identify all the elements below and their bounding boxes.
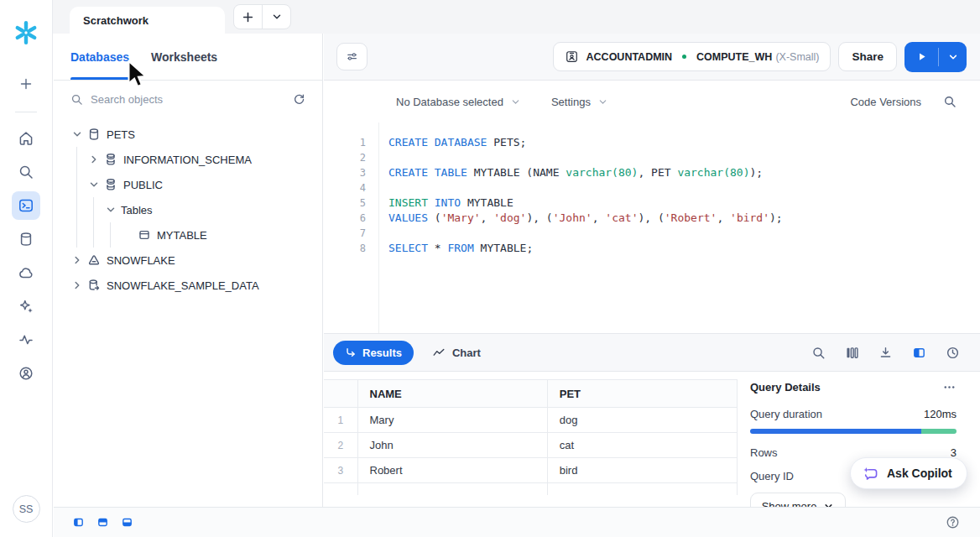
tree-item-label: PETS bbox=[107, 128, 135, 141]
columns-icon[interactable] bbox=[845, 346, 859, 360]
code-line: SELECT * FROM MYTABLE; bbox=[388, 241, 980, 256]
chevron-down-icon[interactable] bbox=[104, 203, 117, 216]
tree-item-snowflake[interactable]: SNOWFLAKE bbox=[54, 248, 322, 273]
tab-actions bbox=[233, 4, 291, 29]
editor-toolbar: No Database selected Settings Code Versi… bbox=[324, 81, 980, 123]
table-icon bbox=[138, 228, 151, 242]
tree-item-information_schema[interactable]: INFORMATION_SCHEMA bbox=[54, 147, 322, 172]
snowflake-logo[interactable] bbox=[11, 18, 41, 48]
share-button[interactable]: Share bbox=[838, 42, 897, 71]
tab-results[interactable]: Results bbox=[333, 341, 414, 365]
results-search-icon[interactable] bbox=[811, 346, 826, 360]
snowflake-db-icon bbox=[87, 253, 101, 267]
rail-item-search[interactable] bbox=[12, 158, 40, 186]
database-icon bbox=[87, 128, 101, 141]
split-view-icon[interactable] bbox=[912, 346, 926, 360]
code-area[interactable]: CREATE DATABASE PETS;CREATE TABLE MYTABL… bbox=[388, 135, 980, 333]
rail-item-ai[interactable] bbox=[12, 292, 40, 321]
help-icon[interactable] bbox=[946, 515, 960, 529]
tree-item-label: SNOWFLAKE_SAMPLE_DATA bbox=[107, 279, 259, 292]
settings-dropdown[interactable]: Settings bbox=[551, 96, 608, 108]
column-header-pet[interactable]: PET bbox=[547, 380, 737, 408]
bottom-bar bbox=[54, 507, 980, 537]
filters-button[interactable] bbox=[336, 43, 368, 70]
cell-name: Robert bbox=[357, 458, 547, 483]
user-avatar[interactable]: SS bbox=[13, 495, 40, 523]
results-actions bbox=[811, 346, 960, 360]
download-icon[interactable] bbox=[878, 346, 893, 360]
ask-copilot-button[interactable]: Ask Copilot bbox=[850, 457, 967, 489]
schema-icon bbox=[104, 153, 117, 166]
tab-chart[interactable]: Chart bbox=[432, 346, 481, 359]
tree-item-mytable[interactable]: MYTABLE bbox=[54, 222, 322, 248]
chevron-down-icon[interactable] bbox=[87, 178, 101, 191]
chevron-right-icon[interactable] bbox=[70, 279, 84, 292]
new-tab-button[interactable] bbox=[234, 5, 262, 29]
database-selector[interactable]: No Database selected bbox=[396, 96, 521, 108]
show-more-button[interactable]: Show more bbox=[750, 493, 846, 507]
tab-databases[interactable]: Databases bbox=[70, 34, 129, 80]
tree-item-snowflake_sample_data[interactable]: SNOWFLAKE_SAMPLE_DATA bbox=[54, 273, 322, 298]
rail-item-home[interactable] bbox=[12, 124, 40, 153]
rail-item-projects[interactable] bbox=[12, 191, 40, 220]
line-number: 7 bbox=[324, 226, 378, 241]
new-worksheet-plus-icon[interactable] bbox=[12, 70, 40, 98]
run-button[interactable] bbox=[904, 42, 938, 72]
tree-item-label: Tables bbox=[121, 204, 153, 216]
chart-line-icon bbox=[432, 346, 446, 359]
search-icon bbox=[18, 164, 34, 180]
chevron-right-icon[interactable] bbox=[70, 253, 84, 267]
history-clock-icon[interactable] bbox=[946, 346, 960, 360]
tab-worksheets[interactable]: Worksheets bbox=[151, 34, 217, 80]
duration-bar-fetch bbox=[921, 429, 957, 434]
code-versions-button[interactable]: Code Versions bbox=[850, 96, 921, 108]
rail-item-admin[interactable] bbox=[12, 359, 40, 388]
row-number: 1 bbox=[324, 408, 357, 433]
search-icon bbox=[70, 93, 83, 106]
schema-icon bbox=[104, 178, 117, 191]
tree-item-tables[interactable]: Tables bbox=[54, 197, 322, 222]
column-header-name[interactable]: NAME bbox=[357, 380, 547, 408]
line-number: 3 bbox=[324, 165, 378, 180]
rail-item-activity[interactable] bbox=[12, 326, 40, 354]
chevron-right-icon[interactable] bbox=[87, 153, 101, 166]
tree-item-pets[interactable]: PETS bbox=[54, 122, 322, 147]
rail-item-cloud[interactable] bbox=[12, 258, 40, 287]
context-selector[interactable]: ACCOUNTADMIN COMPUTE_WH (X-Small) bbox=[553, 42, 831, 71]
row-number-header bbox=[324, 380, 357, 408]
cell-pet: bird bbox=[547, 458, 737, 483]
code-line bbox=[388, 226, 980, 241]
cell-pet: cat bbox=[547, 433, 737, 458]
rail-item-data[interactable] bbox=[12, 225, 40, 253]
copilot-sparkle-chat-icon bbox=[862, 465, 879, 482]
code-line bbox=[388, 150, 980, 165]
cell-pet: dog bbox=[547, 408, 737, 433]
chevron-down-icon[interactable] bbox=[70, 128, 84, 141]
chevron-down-icon bbox=[823, 501, 834, 508]
warehouse-status-dot bbox=[682, 55, 686, 59]
run-options-button[interactable] bbox=[939, 42, 967, 72]
tab-scratchwork[interactable]: Scratchwork bbox=[70, 7, 225, 34]
home-icon bbox=[18, 130, 34, 147]
toggle-results-panel-icon[interactable] bbox=[121, 516, 133, 529]
refresh-icon[interactable] bbox=[293, 93, 305, 106]
ai-icon bbox=[18, 298, 34, 315]
sidebar-tabs: Databases Worksheets bbox=[54, 34, 322, 81]
duration-value: 120ms bbox=[924, 408, 957, 420]
toggle-editor-panel-icon[interactable] bbox=[96, 516, 109, 529]
duration-bar-execution bbox=[750, 429, 921, 434]
details-menu-icon[interactable] bbox=[942, 380, 957, 394]
chevron-down-icon bbox=[510, 96, 521, 107]
table-row: 1Marydog bbox=[324, 408, 738, 433]
tab-list-chevron-button[interactable] bbox=[263, 5, 290, 29]
warehouse-name: COMPUTE_WH bbox=[696, 51, 772, 63]
editor-search-icon[interactable] bbox=[943, 95, 957, 108]
code-line: VALUES ('Mary', 'dog'), ('John', 'cat'),… bbox=[388, 211, 980, 226]
tree-item-public[interactable]: PUBLIC bbox=[54, 172, 322, 197]
search-objects-input[interactable] bbox=[91, 93, 285, 106]
row-number: 2 bbox=[324, 433, 357, 458]
snowsight-app: SS Scratchwork Databases Worksheets bbox=[0, 0, 980, 537]
line-number: 2 bbox=[324, 150, 378, 165]
toggle-sidebar-panel-icon[interactable] bbox=[72, 516, 85, 529]
projects-icon bbox=[18, 197, 34, 214]
